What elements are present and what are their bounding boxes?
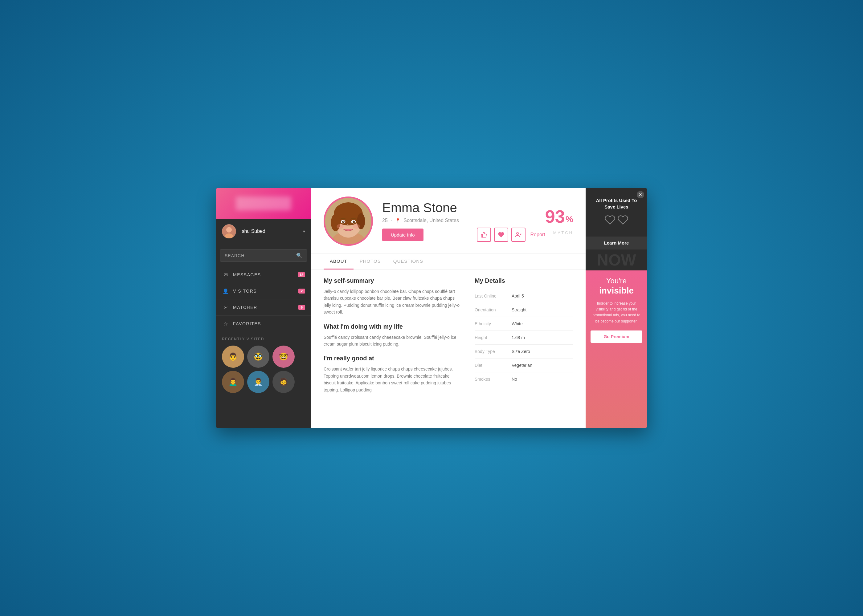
detail-row-diet: Diet Vegetarian [475, 358, 573, 372]
match-number: 93 [545, 207, 565, 225]
ad-promo-section: You're invisible Inorder to increase you… [586, 270, 647, 428]
ad-learn-more-text[interactable]: Learn More [604, 240, 629, 245]
chevron-down-icon: ▾ [303, 229, 305, 234]
detail-value-diet: Vegetarian [512, 363, 573, 368]
ad-promo-description: Inorder to increase your visibility and … [591, 301, 643, 324]
svg-point-18 [353, 224, 360, 229]
details-title: My Details [475, 277, 573, 284]
profile-location: Scottsdale, United States [403, 218, 459, 223]
sidebar-item-matcher[interactable]: ✂ MATCHER 6 [216, 299, 311, 316]
profile-info: Emma Stone 25 · 📍 Scottsdale, United Sta… [382, 201, 545, 242]
sidebar-item-visitors[interactable]: 👤 VISITORS 2 [216, 283, 311, 299]
sidebar-item-favorites[interactable]: ☆ FAVORITES [216, 316, 311, 332]
ad-promo-invisible: invisible [599, 286, 634, 296]
tab-about[interactable]: ABOUT [324, 253, 354, 269]
ad-now-text: NOW [591, 252, 643, 268]
detail-row-height: Height 1.68 m [475, 331, 573, 345]
profile-details-section: My Details Last Online April 5 Orientati… [475, 277, 573, 421]
main-modal: Ishu Subedi ▾ 🔍 ✉ MESSAGES 12 👤 VISITORS… [216, 188, 647, 428]
ad-close-button[interactable]: ✕ [637, 191, 644, 198]
recently-visited-title: RECENTLY VISITED [222, 337, 305, 341]
star-icon: ☆ [222, 320, 229, 327]
section-text-summary: Jelly-o candy lollipop bonbon chocolate … [324, 288, 462, 316]
update-info-button[interactable]: Update Info [382, 229, 424, 241]
sidebar-user-profile[interactable]: Ishu Subedi ▾ [216, 219, 311, 244]
sidebar-search-bar[interactable]: 🔍 [220, 249, 307, 262]
profile-about-section: My self-summary Jelly-o candy lollipop b… [324, 277, 462, 421]
detail-row-last-online: Last Online April 5 [475, 289, 573, 303]
ad-panel: ✕ All Profits Used To Save Lives Learn M… [586, 188, 647, 428]
section-title-good-at: I'm really good at [324, 355, 462, 362]
tab-photos[interactable]: PHOTOS [354, 253, 387, 269]
matcher-label: MATCHER [233, 305, 298, 310]
section-text-good-at: Croissant wafer tart jelly liquorice chu… [324, 366, 462, 393]
scissors-icon: ✂ [222, 304, 229, 311]
sidebar-username: Ishu Subedi [240, 229, 301, 234]
main-content: Emma Stone 25 · 📍 Scottsdale, United Sta… [311, 188, 586, 428]
detail-row-smokes: Smokes No [475, 372, 573, 386]
ad-now-section: NOW [586, 250, 647, 270]
favorite-button[interactable] [494, 228, 508, 242]
svg-point-16 [354, 221, 354, 222]
profile-tabs: ABOUT PHOTOS QUESTIONS [311, 253, 586, 270]
profile-meta: 25 · 📍 Scottsdale, United States [382, 218, 545, 223]
sidebar-navigation: ✉ MESSAGES 12 👤 VISITORS 2 ✂ MATCHER 6 ☆… [216, 267, 311, 332]
rv-avatar-1[interactable]: 👨 [222, 346, 244, 368]
sidebar: Ishu Subedi ▾ 🔍 ✉ MESSAGES 12 👤 VISITORS… [216, 188, 311, 428]
report-button[interactable]: Report [531, 232, 545, 237]
detail-value-orientation: Straight [512, 307, 573, 312]
messages-badge: 12 [298, 272, 305, 277]
ad-top-title: All Profits Used To Save Lives [591, 197, 643, 210]
detail-value-ethnicity: White [512, 321, 573, 326]
matcher-badge: 6 [298, 305, 305, 310]
detail-label-orientation: Orientation [475, 307, 512, 312]
ad-promo-you: You're [606, 277, 627, 285]
detail-label-smokes: Smokes [475, 377, 512, 382]
detail-row-ethnicity: Ethnicity White [475, 317, 573, 331]
messages-label: MESSAGES [233, 272, 298, 277]
svg-point-9 [331, 214, 340, 231]
recently-visited-section: RECENTLY VISITED 👨 🥸 🤓 👨‍🦱 👨‍💼 🧔 [216, 332, 311, 396]
svg-point-19 [516, 233, 518, 235]
go-premium-button[interactable]: Go Premium [591, 330, 643, 343]
detail-label-diet: Diet [475, 363, 512, 368]
unmatch-button[interactable] [511, 228, 526, 242]
envelope-icon: ✉ [222, 271, 229, 278]
like-button[interactable] [477, 228, 491, 242]
detail-value-smokes: No [512, 377, 573, 382]
match-percent-sign: % [565, 213, 573, 225]
profile-avatar [324, 196, 373, 246]
detail-value-body-type: Size Zero [512, 349, 573, 354]
section-text-life: Soufflé candy croissant candy cheesecake… [324, 334, 462, 348]
search-input[interactable] [225, 253, 296, 258]
rv-avatar-3[interactable]: 🤓 [272, 346, 294, 368]
sidebar-item-messages[interactable]: ✉ MESSAGES 12 [216, 267, 311, 283]
visitors-label: VISITORS [233, 289, 298, 294]
sidebar-logo [216, 188, 311, 219]
detail-label-ethnicity: Ethnicity [475, 321, 512, 326]
detail-label-height: Height [475, 335, 512, 340]
section-title-summary: My self-summary [324, 277, 462, 284]
match-score: 93 % [545, 207, 573, 225]
tab-questions[interactable]: QUESTIONS [387, 253, 429, 269]
location-pin-icon: 📍 [395, 218, 400, 223]
detail-label-last-online: Last Online [475, 294, 512, 299]
logo-image [236, 196, 291, 211]
match-score-section: 93 % MATCH [545, 207, 573, 235]
rv-avatar-6[interactable]: 🧔 [272, 371, 294, 393]
rv-avatar-2[interactable]: 🥸 [247, 346, 269, 368]
favorites-label: FAVORITES [233, 321, 305, 326]
profile-header: Emma Stone 25 · 📍 Scottsdale, United Sta… [311, 188, 586, 253]
profile-name: Emma Stone [382, 201, 545, 215]
detail-label-body-type: Body Type [475, 349, 512, 354]
detail-row-body-type: Body Type Size Zero [475, 345, 573, 358]
detail-row-orientation: Orientation Straight [475, 303, 573, 317]
rv-avatar-5[interactable]: 👨‍💼 [247, 371, 269, 393]
person-icon: 👤 [222, 288, 229, 295]
match-label: MATCH [553, 230, 573, 235]
svg-point-1 [226, 227, 232, 233]
rv-avatar-4[interactable]: 👨‍🦱 [222, 371, 244, 393]
ad-learn-more-section[interactable]: Learn More [586, 237, 647, 250]
svg-point-15 [343, 221, 344, 222]
detail-value-last-online: April 5 [512, 294, 573, 299]
